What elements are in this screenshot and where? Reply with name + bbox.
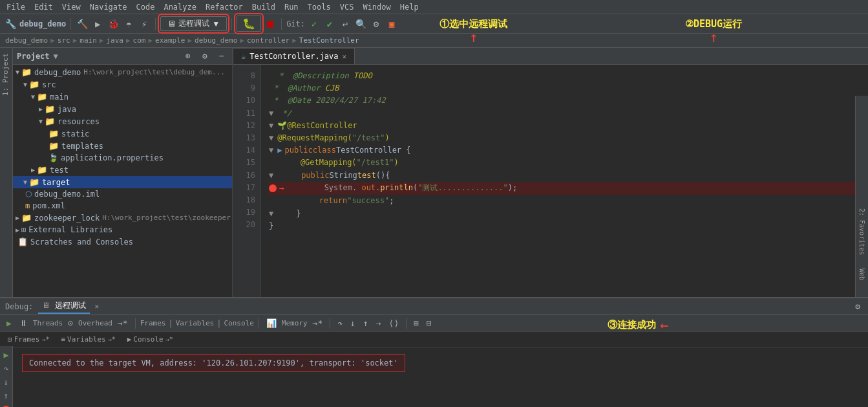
code-text: "success" bbox=[347, 195, 389, 207]
project-settings-icon[interactable]: ⚙ bbox=[198, 50, 211, 63]
debug-tab-close[interactable]: ✕ bbox=[95, 302, 100, 311]
breadcrumb-example[interactable]: example bbox=[155, 36, 185, 45]
sidebar-tab-project[interactable]: 1: Project bbox=[0, 48, 12, 101]
pause-icon[interactable]: ⏸ bbox=[17, 317, 30, 329]
tree-java[interactable]: ▶ 📁 java bbox=[13, 103, 232, 115]
settings-icon[interactable]: ⚙ bbox=[370, 17, 383, 30]
menu-code[interactable]: Code bbox=[132, 1, 159, 13]
stop-button[interactable]: ■ bbox=[264, 17, 277, 30]
breadcrumb-controller[interactable]: controller bbox=[247, 36, 290, 45]
tab-close-button[interactable]: ✕ bbox=[343, 52, 347, 61]
tree-resources[interactable]: ▼ 📁 resources bbox=[13, 115, 232, 127]
project-minus-icon[interactable]: − bbox=[215, 50, 228, 63]
run-to-cursor-icon[interactable]: ⇢ bbox=[374, 317, 384, 329]
tree-main[interactable]: ▼ 📁 main bbox=[13, 91, 232, 103]
tree-app-props[interactable]: 🍃 application.properties bbox=[13, 152, 232, 164]
tree-zookeeper[interactable]: ▶ 📁 zookeeper_lock H:\work_project\test\… bbox=[13, 212, 232, 224]
breadcrumb-java[interactable]: java bbox=[106, 36, 123, 45]
search-icon[interactable]: 🔍 bbox=[354, 17, 367, 30]
run-config-dropdown[interactable]: 🖥 远程调试 ▼ bbox=[160, 16, 227, 31]
sub-tab-console[interactable]: ▶ Console →* bbox=[123, 334, 177, 345]
tree-static[interactable]: 📁 static bbox=[13, 127, 232, 140]
code-text: } bbox=[269, 220, 273, 232]
menu-build[interactable]: Build bbox=[248, 1, 279, 13]
grid-icon[interactable]: ⊞ bbox=[411, 317, 421, 329]
build-icon[interactable]: 🔨 bbox=[76, 17, 89, 30]
app-icon[interactable]: 🔧 bbox=[4, 17, 17, 30]
expand-arrow: ▼ bbox=[23, 179, 27, 186]
step-into-icon[interactable]: ↓ bbox=[348, 317, 358, 329]
tree-test[interactable]: ▶ 📁 test bbox=[13, 164, 232, 176]
run-icon[interactable]: ▶ bbox=[91, 17, 104, 30]
tree-external-libs[interactable]: ▶ ⊞ External Libraries bbox=[13, 224, 232, 236]
memory-icon[interactable]: 📊 bbox=[264, 317, 279, 329]
debug-tab-remote[interactable]: 🖥 远程调试 bbox=[38, 299, 89, 314]
menu-navigate[interactable]: Navigate bbox=[86, 1, 131, 13]
project-folder-icon: 📁 bbox=[21, 67, 32, 77]
menu-view[interactable]: View bbox=[58, 1, 85, 13]
arrow-right-icon[interactable]: →* bbox=[310, 317, 326, 329]
step-into-ctrl-btn[interactable]: ↓ bbox=[1, 377, 12, 387]
breadcrumb-project[interactable]: debug_demo bbox=[5, 36, 48, 45]
menu-run[interactable]: Run bbox=[281, 1, 302, 13]
menu-refactor[interactable]: Refactor bbox=[202, 1, 247, 13]
resume-icon[interactable]: ▶ bbox=[4, 317, 14, 329]
run-cursor-ctrl-btn[interactable]: ⬤ bbox=[1, 404, 12, 407]
web-label[interactable]: Web bbox=[858, 269, 865, 280]
folder-icon: 📁 bbox=[29, 177, 39, 187]
evaluate-icon[interactable]: ⟨⟩ bbox=[386, 317, 402, 329]
tree-target[interactable]: ▼ 📁 target bbox=[13, 176, 232, 188]
sub-tab-frames[interactable]: ⊡ Frames →* bbox=[4, 334, 53, 345]
menu-window[interactable]: Window bbox=[359, 1, 394, 13]
menu-file[interactable]: File bbox=[3, 1, 29, 13]
step-over-ctrl-btn[interactable]: ↷ bbox=[1, 364, 12, 373]
expand-arrow: ▶ bbox=[31, 166, 35, 173]
tree-templates[interactable]: 📁 templates bbox=[13, 140, 232, 152]
line-num: 10 bbox=[235, 94, 255, 107]
profile-icon[interactable]: ⚡ bbox=[138, 17, 151, 30]
editor-tabs: ☕ TestController.java ✕ bbox=[233, 48, 868, 65]
debug-panel: Debug: 🖥 远程调试 ✕ ⚙ ▶ ⏸ Threads ⊙ Overhead… bbox=[0, 297, 868, 407]
resume-ctrl-btn[interactable]: ▶ bbox=[1, 350, 12, 360]
expand-arrow: ▼ bbox=[31, 93, 35, 100]
code-text: println bbox=[380, 182, 413, 194]
undo-icon[interactable]: ↩ bbox=[339, 17, 352, 30]
sub-tab-variables[interactable]: ≡ Variables →* bbox=[57, 334, 119, 345]
breadcrumb-main[interactable]: main bbox=[79, 36, 97, 45]
tree-iml[interactable]: ⬡ debug_demo.iml bbox=[13, 188, 232, 200]
step-over-icon[interactable]: ↷ bbox=[335, 317, 345, 329]
columns-icon[interactable]: ⊟ bbox=[424, 317, 434, 329]
favorites-label[interactable]: 2: Favorites bbox=[858, 208, 865, 255]
debug-settings-icon[interactable]: ⚙ bbox=[852, 300, 863, 313]
menu-tools[interactable]: Tools bbox=[304, 1, 335, 13]
tree-scratches[interactable]: 📋 Scratches and Consoles bbox=[13, 236, 232, 248]
breadcrumb-com[interactable]: com bbox=[133, 36, 146, 45]
menu-help[interactable]: Help bbox=[396, 1, 423, 13]
menu-analyze[interactable]: Analyze bbox=[160, 1, 200, 13]
tree-debug-demo[interactable]: ▼ 📁 debug_demo H:\work_project\test\debu… bbox=[13, 66, 232, 78]
frames-arrow[interactable]: →* bbox=[115, 317, 131, 329]
menu-edit[interactable]: Edit bbox=[30, 1, 57, 13]
tree-pom[interactable]: m pom.xml bbox=[13, 200, 232, 212]
coverage-icon[interactable]: ☂ bbox=[122, 17, 135, 30]
terminal-icon[interactable]: ▣ bbox=[385, 17, 398, 30]
overhead-icon[interactable]: ⊙ bbox=[65, 317, 76, 329]
line-num: 8 bbox=[235, 70, 255, 82]
debug-run-icon[interactable]: 🐞 bbox=[107, 17, 120, 30]
git-checkmark-icon[interactable]: ✓ bbox=[308, 17, 321, 30]
code-line-12: ▼ 🌱 @RestController bbox=[269, 120, 860, 132]
tree-label: templates bbox=[61, 142, 103, 151]
step-out-ctrl-btn[interactable]: ↑ bbox=[1, 391, 12, 401]
debug-toolbar-sep2 bbox=[259, 318, 259, 329]
debug-button[interactable]: 🐛 bbox=[237, 16, 261, 32]
breadcrumb-src[interactable]: src bbox=[58, 36, 70, 45]
editor-tab-testcontroller[interactable]: ☕ TestController.java ✕ bbox=[233, 48, 355, 64]
git-check-icon[interactable]: ✔ bbox=[323, 17, 336, 30]
memory-label: Memory bbox=[282, 319, 308, 327]
menu-vcs[interactable]: VCS bbox=[336, 1, 358, 13]
breadcrumb-testcontroller[interactable]: TestController bbox=[299, 36, 359, 45]
tree-src[interactable]: ▼ 📁 src bbox=[13, 78, 232, 91]
project-add-icon[interactable]: ⊕ bbox=[182, 50, 195, 63]
step-out-icon[interactable]: ↑ bbox=[361, 317, 371, 329]
breadcrumb-debugdemo[interactable]: debug_demo bbox=[195, 36, 237, 45]
